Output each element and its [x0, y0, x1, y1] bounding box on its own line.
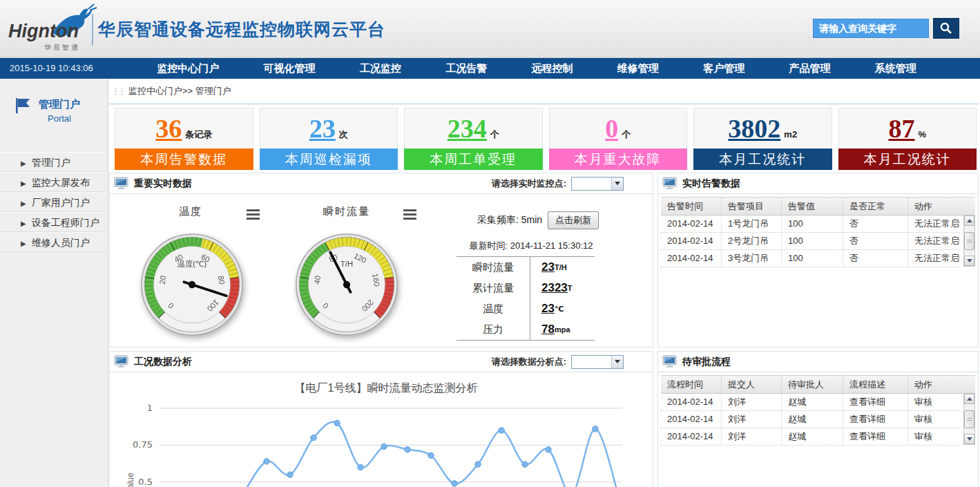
scroll-down-icon[interactable] — [964, 256, 974, 266]
monitor-point-select[interactable] — [571, 177, 624, 191]
stat-value-link[interactable]: 23 — [309, 115, 336, 142]
page: Hignton 华辰智通 华辰智通设备远程监控物联网云平台 2015-10-19… — [0, 0, 980, 487]
table-scrollbar[interactable] — [963, 393, 975, 445]
gauge-title-flow: 瞬时流量 — [309, 205, 385, 218]
table-row[interactable]: 2014-02-14 2号龙门吊 100 否 无法正常启动 — [661, 233, 975, 250]
scroll-up-icon[interactable] — [964, 394, 974, 404]
stat-card-weekly-alarms: 36条记录 本周告警数据 — [115, 108, 253, 170]
search-input[interactable] — [813, 19, 929, 38]
nav-item-condition-monitor[interactable]: 工况监控 — [360, 58, 401, 79]
stat-value-link[interactable]: 234 — [448, 115, 487, 142]
flow-gauge: 04080120160200T/H — [295, 233, 398, 336]
scrollbar-thumb[interactable] — [964, 232, 974, 250]
audit-link[interactable]: 审核 — [908, 394, 960, 411]
table-header: 告警时间 告警项目 告警值 是否正常 动作 — [661, 197, 975, 216]
svg-text:0.5: 0.5 — [138, 477, 153, 487]
table-row[interactable]: 2014-02-14 刘洋 赵城 查看详细 审核 — [661, 428, 975, 446]
sidebar-item-big-screen[interactable]: ▶监控大屏发布 — [0, 172, 108, 192]
svg-text:40: 40 — [313, 275, 323, 285]
realtime-data-panel: 重要实时数据 请选择实时监控点: 温度 020406080100温度(℃) 瞬时… — [109, 173, 653, 347]
nav-item-product[interactable]: 产品管理 — [789, 58, 830, 79]
temperature-gauge: 020406080100温度(℃) — [140, 233, 244, 336]
stat-card-banner[interactable]: 本周告警数据 — [115, 149, 253, 170]
sidebar-menu: ▶管理门户 ▶监控大屏发布 ▶厂家用户门户 ▶设备工程师门户 ▶维修人员门户 — [0, 152, 108, 252]
search-icon — [939, 21, 953, 35]
stat-card-banner[interactable]: 本月工况统计 — [838, 149, 977, 170]
stat-value-link[interactable]: 87 — [888, 115, 914, 142]
stat-card-banner[interactable]: 本周巡检漏项 — [260, 149, 398, 170]
nav-item-remote-control[interactable]: 远程控制 — [531, 58, 573, 79]
svg-text:0.75: 0.75 — [133, 439, 153, 450]
nav-timestamp: 2015-10-19 10:43:06 — [10, 58, 93, 79]
nav-item-condition-alarm[interactable]: 工况告警 — [445, 58, 487, 79]
reading-row: 压力78mpa — [457, 319, 595, 340]
search-button[interactable] — [933, 18, 959, 39]
chevron-right-icon: ▶ — [21, 160, 26, 167]
stat-card-banner[interactable]: 本周工单受理 — [404, 149, 543, 170]
audit-link[interactable]: 审核 — [908, 428, 960, 446]
stat-card-weekly-workorders: 234个 本周工单受理 — [404, 108, 543, 170]
nav-item-visualization[interactable]: 可视化管理 — [263, 58, 315, 79]
table-row[interactable]: 2014-02-14 刘洋 赵城 查看详细 审核 — [661, 411, 975, 428]
scroll-down-icon[interactable] — [964, 434, 974, 444]
page-title: 华辰智通设备远程监控物联网云平台 — [98, 18, 385, 41]
sidebar-item-vendor-portal[interactable]: ▶厂家用户门户 — [0, 192, 108, 212]
monitor-icon — [114, 177, 129, 190]
scroll-up-icon[interactable] — [964, 216, 974, 226]
sidebar-item-admin-portal[interactable]: ▶管理门户 — [0, 152, 108, 172]
stat-card-monthly-failures: 0个 本月重大故障 — [549, 108, 688, 170]
gauge-menu-icon[interactable] — [403, 209, 416, 222]
analysis-select-label: 请选择数据分析点: — [492, 356, 566, 368]
readings-table: 瞬时流量23T/H 累计流量2323T 温度23℃ 压力78mpa — [457, 256, 595, 341]
view-detail-link[interactable]: 查看详细 — [843, 394, 908, 411]
chevron-right-icon: ▶ — [21, 220, 26, 227]
svg-text:value: value — [126, 472, 135, 487]
monitor-icon — [662, 177, 678, 190]
nav-item-monitor-center[interactable]: 监控中心门户 — [157, 58, 219, 79]
stat-card-monthly-stats-pct: 87% 本月工况统计 — [838, 108, 977, 170]
scrollbar-thumb[interactable] — [964, 410, 974, 428]
portal-subtitle: Portal — [39, 113, 80, 124]
svg-text:80: 80 — [217, 275, 227, 285]
nav-item-customer[interactable]: 客户管理 — [703, 58, 744, 79]
table-scrollbar[interactable] — [963, 215, 975, 267]
portal-title: 管理门户 — [39, 98, 80, 111]
stat-value-link[interactable]: 36 — [155, 115, 182, 142]
stat-cards: 36条记录 本周告警数据 23次 本周巡检漏项 234个 本周工单受理 0个 本… — [115, 108, 977, 170]
reading-row: 温度23℃ — [457, 298, 595, 319]
stat-value-link[interactable]: 3802 — [728, 115, 780, 142]
svg-text:温度(℃): 温度(℃) — [177, 260, 207, 268]
nav-item-maintenance[interactable]: 维修管理 — [617, 58, 659, 79]
reading-row: 累计流量2323T — [457, 278, 595, 298]
chevron-down-icon — [611, 178, 623, 190]
stat-value-link[interactable]: 0 — [605, 115, 618, 142]
audit-link[interactable]: 审核 — [908, 411, 960, 428]
refresh-button[interactable]: 点击刷新 — [548, 211, 599, 229]
approval-table: 流程时间 提交人 待审批人 流程描述 动作 2014-02-14 刘洋 赵城 查… — [661, 375, 975, 446]
sidebar-item-engineer-portal[interactable]: ▶设备工程师门户 — [0, 212, 108, 232]
svg-text:【电厂1号线】瞬时流量动态监测分析: 【电厂1号线】瞬时流量动态监测分析 — [295, 382, 478, 394]
section-title: 待审批流程 — [682, 356, 731, 368]
view-detail-link[interactable]: 查看详细 — [843, 428, 908, 446]
chevron-right-icon: ▶ — [21, 240, 26, 247]
analysis-point-select[interactable] — [571, 355, 624, 369]
stat-card-banner[interactable]: 本月重大故障 — [549, 149, 688, 170]
table-row[interactable]: 2014-02-14 3号龙门吊 100 否 无法正常启动 — [661, 250, 975, 267]
app-header: Hignton 华辰智通 华辰智通设备远程监控物联网云平台 — [0, 0, 980, 58]
monitor-icon — [662, 355, 678, 368]
nav-item-system[interactable]: 系统管理 — [875, 58, 916, 79]
breadcrumb: ⋮⋮监控中心门户>> 管理门户 — [112, 85, 231, 97]
sidebar-item-repair-portal[interactable]: ▶维修人员门户 — [0, 232, 108, 252]
svg-text:T/H: T/H — [340, 260, 353, 268]
table-row[interactable]: 2014-02-14 1号龙门吊 100 否 无法正常启动 — [661, 216, 975, 233]
table-row[interactable]: 2014-02-14 刘洋 赵城 查看详细 审核 — [661, 394, 975, 411]
view-detail-link[interactable]: 查看详细 — [843, 411, 908, 428]
stat-card-banner[interactable]: 本月工况统计 — [693, 149, 832, 170]
search-bar — [813, 18, 959, 39]
svg-text:20: 20 — [158, 275, 168, 285]
stat-card-monthly-stats-area: 3802m2 本月工况统计 — [693, 108, 832, 170]
section-title: 工况数据分析 — [134, 356, 192, 368]
approval-panel: 待审批流程 流程时间 提交人 待审批人 流程描述 动作 2014-02-14 刘… — [657, 351, 979, 487]
gauge-menu-icon[interactable] — [247, 209, 260, 222]
stat-card-weekly-inspection: 23次 本周巡检漏项 — [260, 108, 398, 170]
